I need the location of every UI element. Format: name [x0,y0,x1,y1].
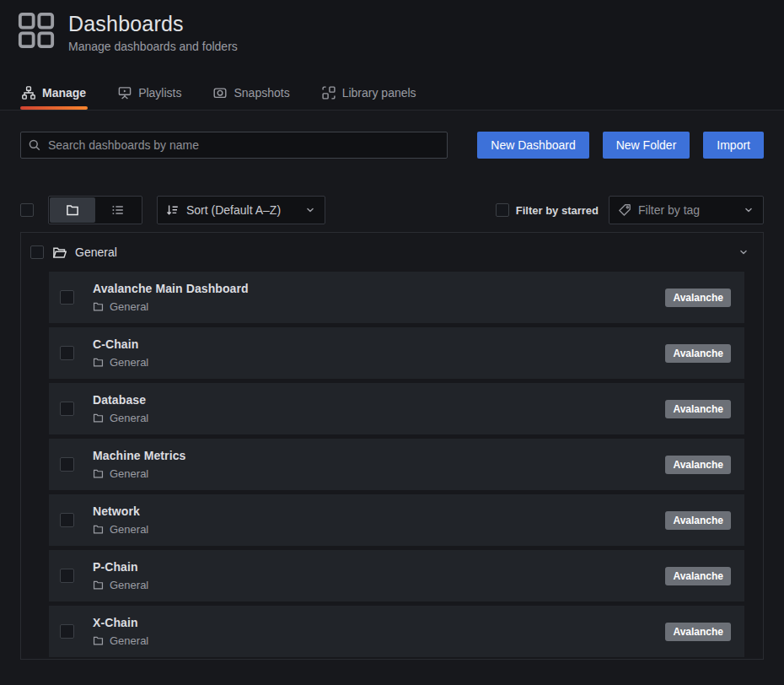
row-checkbox[interactable] [60,457,74,472]
tab-library-panels[interactable]: Library panels [320,79,418,110]
tag-badge[interactable]: Avalanche [665,567,731,585]
page-subtitle: Manage dashboards and folders [68,40,238,53]
dashboard-title[interactable]: Database [93,393,148,407]
dashboard-title[interactable]: Machine Metrics [93,449,185,462]
tab-label: Playlists [138,86,181,100]
tag-badge[interactable]: Avalanche [665,456,731,474]
apps-icon [17,11,56,53]
tab-snapshots[interactable]: Snapshots [212,79,291,110]
tab-playlists[interactable]: Playlists [116,79,183,110]
chevron-down-icon [304,204,316,216]
folder-view-button[interactable] [50,197,95,223]
filter-starred-group: Filter by starred [496,203,599,217]
row-checkbox[interactable] [60,290,74,305]
dashboard-title[interactable]: P-Chain [93,560,148,574]
search-icon [28,138,41,152]
dashboard-row[interactable]: P-Chain General Avalanche [49,550,744,601]
folder-name: General [75,245,117,259]
folder-icon [93,635,104,646]
folder-icon [93,413,104,423]
row-checkbox[interactable] [60,624,74,639]
dashboard-folder: General [110,523,148,536]
folder-open-icon [52,245,67,260]
search-input[interactable] [48,138,440,152]
chevron-down-icon[interactable] [738,246,749,258]
content: New Dashboard New Folder Import [0,132,784,660]
filter-starred-label[interactable]: Filter by starred [516,204,599,217]
dashboard-title[interactable]: Network [93,504,148,518]
row-checkbox[interactable] [60,513,74,527]
search-box [20,132,448,159]
dashboards-section: General Avalanche Main Dashboard General [20,232,764,660]
dashboard-title[interactable]: X-Chain [93,616,148,629]
dashboard-folder: General [110,634,148,647]
new-dashboard-button[interactable]: New Dashboard [477,132,588,159]
folder-icon [93,580,104,591]
list-view-button[interactable] [95,197,141,223]
dashboard-folder: General [110,467,148,480]
import-button[interactable]: Import [703,132,764,159]
filter-starred-checkbox[interactable] [496,203,509,217]
folder-icon [93,357,104,368]
library-panel-icon [322,86,336,100]
active-tab-underline [20,106,88,110]
tab-label: Library panels [342,86,416,100]
folder-icon [93,524,104,535]
camera-icon [213,86,227,100]
sort-select-value: Sort (Default A–Z) [186,203,281,217]
presentation-icon [118,86,132,100]
folder-checkbox[interactable] [30,245,44,259]
folder-icon [93,468,104,479]
filter-row: Sort (Default A–Z) Filter by starred Fil… [20,196,764,224]
sort-select[interactable]: Sort (Default A–Z) [157,196,325,224]
sitemap-icon [22,86,35,100]
tab-manage[interactable]: Manage [20,79,88,110]
actions-row: New Dashboard New Folder Import [20,132,764,159]
tag-badge[interactable]: Avalanche [665,400,731,418]
folder-section-header[interactable]: General [21,233,763,272]
page-header: Dashboards Manage dashboards and folders… [0,0,784,111]
tag-badge[interactable]: Avalanche [665,289,731,307]
dashboard-row[interactable]: Database General Avalanche [49,383,744,434]
view-toggle [48,196,142,224]
dashboard-folder: General [110,579,148,591]
dashboard-row[interactable]: Machine Metrics General Avalanche [49,439,744,490]
dashboard-row[interactable]: C-Chain General Avalanche [49,327,744,379]
dashboard-folder: General [110,412,148,424]
tab-bar: Manage Playlists Snapshots [0,79,784,110]
select-all-checkbox[interactable] [20,203,34,217]
filter-tag-value: Filter by tag [638,203,700,217]
folder-icon [93,301,104,312]
dashboard-folder: General [110,300,148,313]
filter-tag-select[interactable]: Filter by tag [609,196,764,224]
dashboard-rows: Avalanche Main Dashboard General Avalanc… [21,272,763,660]
tab-label: Snapshots [234,86,289,100]
sort-amount-icon [166,203,180,217]
folder-icon [66,203,79,217]
row-checkbox[interactable] [60,402,74,416]
tag-badge[interactable]: Avalanche [665,511,731,530]
dashboard-title[interactable]: C-Chain [93,337,148,351]
chevron-down-icon [743,204,754,216]
dashboard-row[interactable]: Network General Avalanche [49,494,744,546]
row-checkbox[interactable] [60,346,74,360]
page-title: Dashboards [68,11,238,36]
dashboard-folder: General [110,356,148,369]
tag-icon [618,203,631,217]
tab-label: Manage [42,86,86,100]
list-icon [111,203,125,217]
new-folder-button[interactable]: New Folder [603,132,690,159]
dashboard-row[interactable]: X-Chain General Avalanche [49,606,744,657]
dashboard-title[interactable]: Avalanche Main Dashboard [93,282,249,295]
tag-badge[interactable]: Avalanche [665,623,731,641]
row-checkbox[interactable] [60,569,74,583]
dashboard-row[interactable]: Avalanche Main Dashboard General Avalanc… [49,272,744,323]
tag-badge[interactable]: Avalanche [665,344,731,363]
